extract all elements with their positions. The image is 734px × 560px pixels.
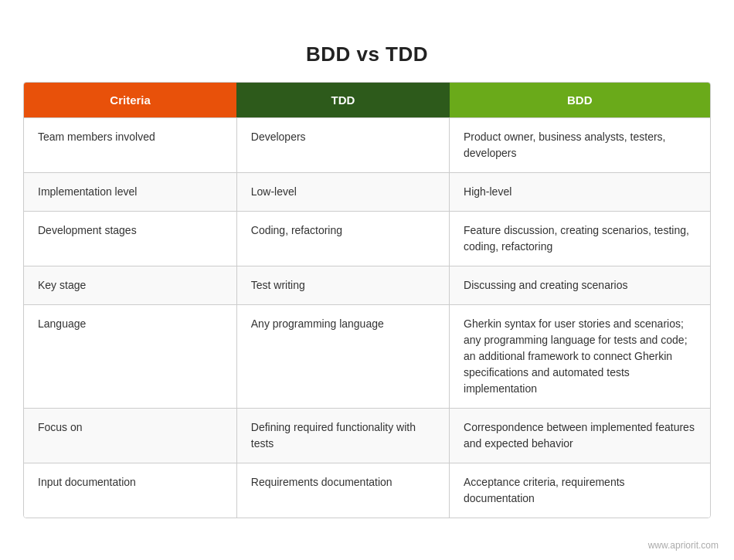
cell-tdd: Defining required functionality with tes… xyxy=(236,408,449,463)
cell-criteria: Implementation level xyxy=(24,172,236,211)
page-title: BDD vs TDD xyxy=(306,42,428,66)
comparison-table: Criteria TDD BDD Team members involvedDe… xyxy=(23,82,711,518)
cell-tdd: Coding, refactoring xyxy=(236,211,449,266)
cell-tdd: Low-level xyxy=(236,172,449,211)
table-header-row: Criteria TDD BDD xyxy=(24,83,710,118)
cell-bdd: High-level xyxy=(450,172,710,211)
cell-bdd: Acceptance criteria, requirements docume… xyxy=(450,463,710,518)
table-row: LanguageAny programming languageGherkin … xyxy=(24,304,710,408)
watermark: www.apriorit.com xyxy=(648,540,719,551)
cell-bdd: Gherkin syntax for user stories and scen… xyxy=(450,304,710,408)
cell-criteria: Input documentation xyxy=(24,463,236,518)
cell-bdd: Correspondence between implemented featu… xyxy=(450,408,710,463)
cell-criteria: Language xyxy=(24,304,236,408)
cell-tdd: Test writing xyxy=(236,266,449,304)
table-row: Development stagesCoding, refactoringFea… xyxy=(24,211,710,266)
cell-bdd: Feature discussion, creating scenarios, … xyxy=(450,211,710,266)
cell-criteria: Development stages xyxy=(24,211,236,266)
cell-criteria: Focus on xyxy=(24,408,236,463)
cell-criteria: Team members involved xyxy=(24,117,236,172)
header-tdd: TDD xyxy=(236,83,449,118)
table-row: Implementation levelLow-levelHigh-level xyxy=(24,172,710,211)
header-bdd: BDD xyxy=(450,83,710,118)
table-row: Input documentationRequirements document… xyxy=(24,463,710,518)
cell-tdd: Developers xyxy=(236,117,449,172)
cell-tdd: Any programming language xyxy=(236,304,449,408)
header-criteria: Criteria xyxy=(24,83,236,118)
table-row: Key stageTest writingDiscussing and crea… xyxy=(24,266,710,304)
table-row: Focus onDefining required functionality … xyxy=(24,408,710,463)
cell-bdd: Discussing and creating scenarios xyxy=(450,266,710,304)
cell-criteria: Key stage xyxy=(24,266,236,304)
cell-bdd: Product owner, business analysts, tester… xyxy=(450,117,710,172)
cell-tdd: Requirements documentation xyxy=(236,463,449,518)
table-row: Team members involvedDevelopersProduct o… xyxy=(24,117,710,172)
